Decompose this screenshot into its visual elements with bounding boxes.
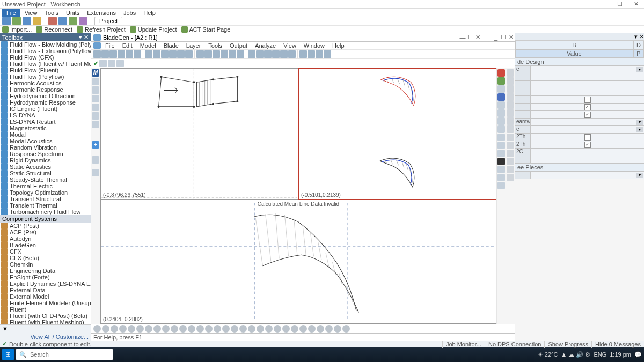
toolbar-icon[interactable] [194,50,195,58]
toolbox-item[interactable]: EnSight (Forte) [0,274,91,280]
toolbar-icon[interactable] [324,50,331,58]
cm-model[interactable]: Model [137,42,159,49]
toolbar-icon[interactable] [196,50,204,58]
lt-icon[interactable] [92,156,99,164]
property-row[interactable] [515,96,644,104]
mdi-min[interactable]: _ [492,34,500,41]
btool-icon[interactable] [299,325,307,333]
toolbar-icon[interactable] [145,50,152,58]
cm-blade[interactable]: Blade [160,42,182,49]
toolbar-icon[interactable] [256,50,264,58]
toolbar-icon[interactable] [264,50,272,58]
menu-tools[interactable]: Tools [41,9,62,17]
btool-icon[interactable] [257,325,264,333]
btool-icon[interactable] [214,325,221,333]
toolbar-icon[interactable] [204,50,212,58]
col-b[interactable]: B [515,41,633,49]
menu-help[interactable]: Help [140,9,159,17]
toolbox-group-header[interactable]: Component Systems [0,215,91,223]
toolbox-item[interactable]: Modal [0,131,91,138]
rtool-icon[interactable] [507,142,514,149]
menu-jobs[interactable]: Jobs [120,9,139,17]
child-max[interactable]: ☐ [466,34,474,41]
toolbox-item[interactable]: Transient Thermal [0,202,91,209]
menu-units[interactable]: Units [63,9,83,17]
cm-help[interactable]: Help [329,42,348,49]
job-monitor[interactable]: Job Monitor... [442,341,485,348]
toolbox-item[interactable]: Chemkin [0,261,91,268]
toolbar-icon[interactable] [126,50,133,58]
meridional-view[interactable]: (-0.8796,26.7551) [100,68,298,200]
property-row[interactable] [515,81,644,88]
clock[interactable]: 1:19 pm [610,351,631,358]
rtool-icon[interactable] [497,134,505,141]
minimize-button[interactable]: — [596,1,612,8]
mdi-close[interactable]: ✕ [507,34,515,41]
lang[interactable]: ENG [594,351,606,358]
rtool-icon[interactable] [497,150,505,157]
toolbox-item[interactable]: Explicit Dynamics (LS-DYNA Export) (Ui [0,280,91,287]
cm-file[interactable]: File [102,42,118,49]
property-row[interactable] [515,111,644,119]
btool-icon[interactable] [282,325,290,333]
toolbar-icon[interactable] [101,50,109,58]
angle-view[interactable]: Calculated Mean Line Data Invalid [100,200,496,324]
rtool-icon[interactable] [497,69,505,77]
btool-icon[interactable] [119,325,127,333]
btool-icon[interactable] [171,325,178,333]
lt-icon[interactable] [92,86,99,94]
toolbox-item[interactable]: LS-DYNA [0,112,91,119]
toolbox-item[interactable]: Fluid Flow (Fluent w/ Fluent Meshing) () [0,61,91,67]
btool-icon[interactable] [128,325,135,333]
btool-icon[interactable] [342,325,350,333]
cm-view[interactable]: View [280,42,299,49]
btool-icon[interactable] [153,325,161,333]
menu-file[interactable]: File [2,9,20,17]
toolbar-icon[interactable] [118,50,125,58]
toolbox-list[interactable]: Fluid Flow - Blow Molding (Polyflow)Flui… [0,41,91,324]
toolbar-icon[interactable] [185,50,193,58]
toolbox-item[interactable]: BladeGen [0,242,91,248]
toolbox-item[interactable]: Engineering Data [0,268,91,274]
blade-section-view[interactable]: (-0.5101,0.2139) [298,68,496,200]
reconnect-link[interactable]: Reconnect [36,26,72,33]
lt-icon[interactable] [92,95,99,102]
lt-icon[interactable] [92,78,99,85]
toolbar-icon[interactable] [153,50,160,58]
toolbar-icon[interactable] [248,50,255,58]
btool-icon[interactable] [179,325,187,333]
start-button[interactable]: ⊞ [2,349,14,360]
toolbox-item[interactable]: Autodyn [0,235,91,242]
btool-icon[interactable] [222,325,230,333]
rtool-icon[interactable] [497,93,505,101]
toolbar-icon[interactable] [308,50,315,58]
toolbox-item[interactable]: Finite Element Modeler (Unsupported) [0,300,91,306]
rtool-icon[interactable] [507,150,514,157]
toolbox-item[interactable]: Fluid Flow (Polyflow) [0,73,91,80]
tool-icon[interactable] [33,17,41,25]
toolbox-item[interactable]: Fluid Flow (CFX) [0,54,91,61]
btool-icon[interactable] [188,325,195,333]
btool-icon[interactable] [334,325,341,333]
weather[interactable]: ☀ 22°C [538,351,558,358]
toolbox-item[interactable]: Steady-State Thermal [0,176,91,183]
toolbar-icon[interactable] [229,50,236,58]
toolbar-icon[interactable] [161,50,169,58]
rtool-icon[interactable] [497,101,505,109]
cm-edit[interactable]: Edit [119,42,136,49]
btool-icon[interactable] [111,325,118,333]
lt-icon[interactable] [92,169,99,176]
tool-icon[interactable] [99,60,107,67]
toolbar-icon[interactable] [134,50,141,58]
btool-icon[interactable] [265,325,273,333]
toolbar-icon[interactable] [316,50,323,58]
toolbox-item[interactable]: Hydrodynamic Response [0,99,91,106]
rtool-icon[interactable] [507,101,514,109]
rtool-icon[interactable] [507,166,514,173]
accept-icon[interactable]: ✔ [93,60,98,67]
menu-view[interactable]: View [21,9,41,17]
taskbar-search[interactable]: 🔍 Search [16,349,113,360]
tool-icon-5[interactable] [79,17,87,25]
hide-messages[interactable]: Hide 0 Messages [591,341,644,348]
new-icon[interactable] [2,17,11,25]
